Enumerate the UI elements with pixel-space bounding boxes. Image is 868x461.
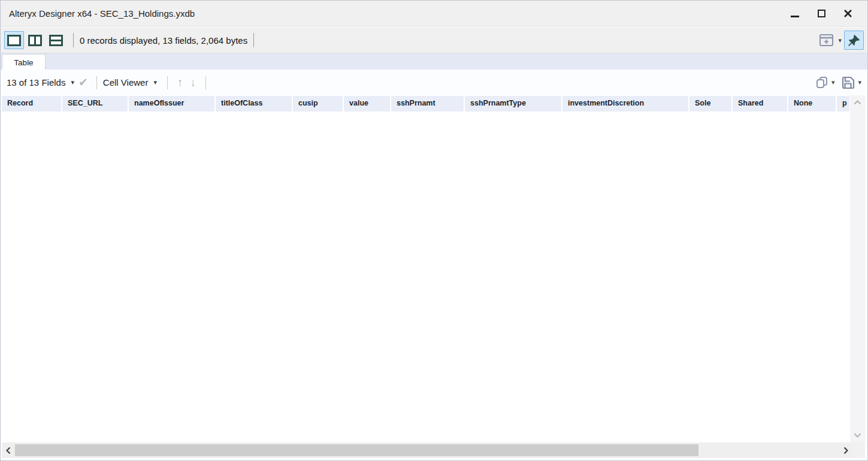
column-header-sshprnamt[interactable]: sshPrnamt [391,96,465,112]
toolbar-separator [73,33,74,47]
titlebar: Alteryx Designer x64 - SEC_13_Holdings.y… [1,1,867,27]
horizontal-scrollbar[interactable] [2,442,852,458]
new-window-caret-icon[interactable]: ▾ [838,37,842,44]
tab-strip: Table [1,53,867,70]
scroll-left-button[interactable] [2,442,15,458]
view-toolbar: 0 records displayed, 13 fields, 2,064 by… [1,28,867,53]
column-header-record[interactable]: Record [2,96,62,112]
copy-icon [815,76,829,89]
scroll-left-icon [6,447,11,454]
column-header-putcall-clipped[interactable]: p [837,96,849,112]
save-button[interactable] [839,74,857,91]
cell-viewer-dropdown[interactable]: Cell Viewer [103,77,149,88]
copy-button[interactable] [814,74,830,91]
table-header-row: Record SEC_URL nameOfIssuer titleOfClass… [2,95,849,112]
vertical-scrollbar[interactable] [850,95,865,442]
column-header-sshprnamttype[interactable]: sshPrnamtType [465,96,562,112]
table-panel: 13 of 13 Fields ▾ ✔ Cell Viewer ▾ ↑ ↓ ▾ [1,70,867,460]
column-header-shared[interactable]: Shared [733,96,788,112]
scroll-right-button[interactable] [839,442,852,458]
save-icon [840,76,855,89]
column-header-cusip[interactable]: cusip [293,96,344,112]
table-toolbar-separator [205,76,206,89]
toolbar-separator [253,33,254,47]
maximize-icon [818,10,825,17]
copy-caret-icon[interactable]: ▾ [831,79,835,86]
column-header-sec-url[interactable]: SEC_URL [62,96,129,112]
table-toolbar-separator [167,76,168,89]
split-vertical-view-button[interactable] [25,31,45,49]
previous-record-button[interactable]: ↑ [174,76,187,89]
split-horizontal-view-button[interactable] [46,31,66,49]
save-caret-icon[interactable]: ▾ [858,79,861,86]
apply-checkmark-icon: ✔ [78,76,88,89]
record-status-text: 0 records displayed, 13 fields, 2,064 by… [80,35,247,46]
minimize-button[interactable] [786,5,804,23]
single-pane-view-button[interactable] [4,31,24,49]
scroll-up-icon[interactable] [854,100,861,105]
maximize-button[interactable] [812,5,830,23]
scrollbar-corner [852,442,865,458]
table-body-empty [2,112,849,442]
window-controls [786,5,867,23]
column-header-investmentdiscretion[interactable]: investmentDiscretion [562,96,689,112]
split-vertical-icon [28,35,42,46]
tab-table[interactable]: Table [2,54,46,70]
alteryx-browse-window: Alteryx Designer x64 - SEC_13_Holdings.y… [0,0,868,461]
new-window-icon [819,33,834,47]
column-header-nameofissuer[interactable]: nameOfIssuer [129,96,216,112]
horizontal-scroll-thumb[interactable] [15,444,698,456]
column-header-titleofclass[interactable]: titleOfClass [216,96,293,112]
pin-icon [847,34,861,47]
next-record-button[interactable]: ↓ [186,76,199,89]
split-horizontal-icon [49,35,63,46]
pin-results-button[interactable] [844,31,864,50]
column-header-sole[interactable]: Sole [689,96,733,112]
minimize-icon [791,16,799,17]
new-window-button[interactable] [818,32,836,49]
close-button[interactable] [839,5,857,23]
scroll-down-icon[interactable] [854,433,861,438]
close-icon [843,9,852,18]
window-title: Alteryx Designer x64 - SEC_13_Holdings.y… [9,8,195,19]
fields-dropdown-caret-icon[interactable]: ▾ [71,79,74,86]
table-toolbar-right: ▾ ▾ [814,74,861,91]
column-header-none[interactable]: None [788,96,837,112]
table-toolbar-separator [96,76,97,89]
scroll-right-icon [843,447,848,454]
table-toolbar: 13 of 13 Fields ▾ ✔ Cell Viewer ▾ ↑ ↓ ▾ [1,70,867,95]
tab-table-label: Table [14,58,33,67]
cell-viewer-caret-icon[interactable]: ▾ [153,79,157,86]
single-pane-icon [7,35,21,46]
fields-dropdown[interactable]: 13 of 13 Fields [7,77,65,88]
view-toolbar-right: ▾ [818,31,864,50]
column-header-value[interactable]: value [344,96,391,112]
